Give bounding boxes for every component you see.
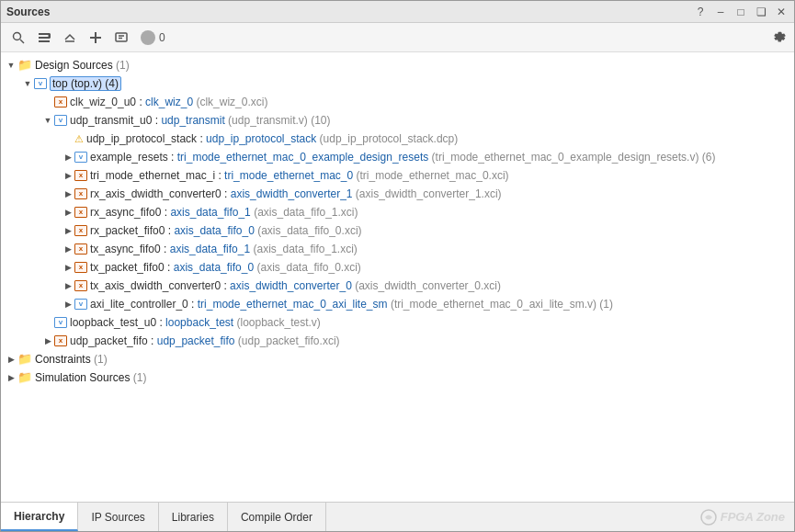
- badge-count: 0: [159, 31, 165, 44]
- tx-packet-fifo-label: tx_packet_fifo0 : axis_data_fifo_0 (axis…: [90, 259, 361, 276]
- udp-ip-label: udp_ip_protocol_stack : udp_ip_protocol_…: [86, 130, 458, 147]
- udp-transmit-label: udp_transmit_u0 : udp_transmit (udp_tran…: [70, 112, 331, 129]
- help-button[interactable]: ?: [693, 6, 708, 18]
- xci-icon4: x: [74, 207, 87, 218]
- udp-packet-fifo-label: udp_packet_fifo : udp_packet_fifo (udp_p…: [70, 333, 340, 349]
- axi-lite-label: axi_lite_controller_0 : tri_mode_etherne…: [90, 296, 613, 312]
- tx-axis-dwidth-row[interactable]: x tx_axis_dwidth_converter0 : axis_dwidt…: [1, 277, 794, 295]
- sources-window: Sources ? – □ ❏ ✕: [0, 0, 795, 532]
- constraints-folder-icon: 📁: [17, 351, 32, 368]
- design-sources-row[interactable]: 📁 Design Sources (1): [1, 56, 794, 74]
- tx-packet-fifo-row[interactable]: x tx_packet_fifo0 : axis_data_fifo_0 (ax…: [1, 258, 794, 277]
- warning-icon: ⚠: [74, 130, 84, 147]
- badge-icon: [141, 30, 155, 45]
- verilog-icon3: v: [74, 152, 87, 163]
- rx-packet-fifo-row[interactable]: x rx_packet_fifo0 : axis_data_fifo_0 (ax…: [1, 221, 794, 240]
- axi-lite-controller-row[interactable]: v axi_lite_controller_0 : tri_mode_ether…: [1, 295, 794, 313]
- rx-async-fifo-label: rx_async_fifo0 : axis_data_fifo_1 (axis_…: [90, 204, 358, 221]
- constraints-row[interactable]: 📁 Constraints (1): [1, 350, 794, 368]
- simulation-toggle[interactable]: [5, 371, 17, 384]
- top-toggle[interactable]: [21, 77, 34, 90]
- close-button[interactable]: ✕: [774, 6, 789, 18]
- rx-axis-dwidth-toggle[interactable]: [62, 187, 74, 200]
- rx-axis-dwidth-row[interactable]: x rx_axis_dwidth_converter0 : axis_dwidt…: [1, 185, 794, 203]
- tab-compile-order[interactable]: Compile Order: [228, 503, 326, 531]
- svg-rect-3: [39, 37, 50, 39]
- xci-icon6: x: [74, 243, 87, 255]
- badge-area: 0: [141, 30, 165, 45]
- float-button[interactable]: ❏: [754, 6, 768, 18]
- rx-async-fifo-toggle[interactable]: [62, 206, 74, 219]
- axi-lite-toggle[interactable]: [62, 298, 74, 311]
- svg-line-1: [20, 40, 24, 43]
- tx-axis-dwidth-toggle[interactable]: [62, 279, 74, 292]
- rx-async-fifo-row[interactable]: x rx_async_fifo0 : axis_data_fifo_1 (axi…: [1, 203, 794, 221]
- tab-hierarchy[interactable]: Hierarchy: [1, 503, 78, 531]
- add-button[interactable]: [85, 28, 106, 48]
- udp-packet-fifo-row[interactable]: x udp_packet_fifo : udp_packet_fifo (udp…: [1, 332, 794, 350]
- tab-libraries[interactable]: Libraries: [159, 503, 228, 531]
- info-button[interactable]: [111, 28, 131, 48]
- xci-icon7: x: [74, 262, 87, 273]
- design-sources-label: Design Sources (1): [35, 57, 130, 74]
- top-label: top (top.v) (4): [50, 75, 121, 92]
- search-button[interactable]: [8, 28, 28, 48]
- verilog-icon4: v: [74, 299, 87, 310]
- minimize-button[interactable]: –: [713, 6, 728, 18]
- title-bar: Sources ? – □ ❏ ✕: [1, 1, 794, 23]
- settings-button[interactable]: [772, 28, 787, 46]
- rx-packet-fifo-label: rx_packet_fifo0 : axis_data_fifo_0 (axis…: [90, 222, 362, 239]
- constraints-toggle[interactable]: [5, 353, 17, 366]
- verilog-icon2: v: [54, 115, 67, 126]
- udp-ip-protocol-row[interactable]: ⚠ udp_ip_protocol_stack : udp_ip_protoco…: [1, 130, 794, 148]
- loopback-test-label: loopback_test_u0 : loopback_test (loopba…: [70, 314, 321, 331]
- simulation-sources-row[interactable]: 📁 Simulation Sources (1): [1, 368, 794, 387]
- tree-content[interactable]: 📁 Design Sources (1) v top (top.v) (4) x…: [1, 52, 794, 502]
- tx-async-fifo-label: tx_async_fifo0 : axis_data_fifo_1 (axis_…: [90, 241, 358, 257]
- tri-mode-mac-row[interactable]: x tri_mode_ethernet_mac_i : tri_mode_eth…: [1, 166, 794, 185]
- tx-async-fifo-row[interactable]: x tx_async_fifo0 : axis_data_fifo_1 (axi…: [1, 240, 794, 258]
- udp-transmit-row[interactable]: v udp_transmit_u0 : udp_transmit (udp_tr…: [1, 111, 794, 130]
- tx-packet-fifo-toggle[interactable]: [62, 261, 74, 274]
- tri-mode-mac-toggle[interactable]: [62, 169, 74, 182]
- verilog-icon: v: [34, 78, 47, 89]
- verilog-icon5: v: [54, 317, 67, 328]
- tab-ip-sources[interactable]: IP Sources: [78, 503, 158, 531]
- loopback-test-row[interactable]: v loopback_test_u0 : loopback_test (loop…: [1, 313, 794, 332]
- example-resets-toggle[interactable]: [62, 151, 74, 164]
- rx-packet-fifo-toggle[interactable]: [62, 224, 74, 237]
- tri-mode-mac-label: tri_mode_ethernet_mac_i : tri_mode_ether…: [90, 167, 509, 184]
- toolbar: 0: [1, 23, 794, 52]
- expand-button[interactable]: [60, 28, 80, 48]
- collapse-all-button[interactable]: [34, 28, 54, 48]
- simulation-folder-icon: 📁: [17, 369, 32, 386]
- svg-rect-9: [116, 33, 127, 41]
- xci-icon: x: [54, 96, 67, 108]
- top-row[interactable]: v top (top.v) (4): [1, 74, 794, 93]
- xci-icon8: x: [74, 280, 87, 291]
- xci-icon2: x: [74, 170, 87, 181]
- window-title: Sources: [6, 6, 50, 18]
- svg-rect-4: [39, 40, 50, 42]
- tx-async-fifo-toggle[interactable]: [62, 243, 74, 255]
- clk-wiz-label: clk_wiz_0_u0 : clk_wiz_0 (clk_wiz_0.xci): [70, 94, 267, 110]
- example-resets-row[interactable]: v example_resets : tri_mode_ethernet_mac…: [1, 148, 794, 166]
- xci-icon5: x: [74, 225, 87, 236]
- xci-icon9: x: [54, 335, 67, 346]
- svg-rect-2: [39, 33, 50, 35]
- folder-icon: 📁: [17, 57, 32, 74]
- tab-bar: Hierarchy IP Sources Libraries Compile O…: [1, 502, 794, 531]
- udp-packet-fifo-toggle[interactable]: [41, 334, 54, 347]
- svg-point-0: [14, 32, 21, 40]
- rx-axis-dwidth-label: rx_axis_dwidth_converter0 : axis_dwidth_…: [90, 186, 502, 202]
- watermark-text: FPGA Zone: [700, 503, 794, 531]
- restore-button[interactable]: □: [733, 6, 748, 18]
- simulation-label: Simulation Sources (1): [35, 369, 146, 386]
- title-bar-controls: ? – □ ❏ ✕: [693, 6, 789, 18]
- constraints-label: Constraints (1): [35, 351, 108, 368]
- svg-rect-8: [90, 37, 101, 39]
- clk-wiz-row[interactable]: x clk_wiz_0_u0 : clk_wiz_0 (clk_wiz_0.xc…: [1, 93, 794, 111]
- xci-icon3: x: [74, 188, 87, 199]
- udp-transmit-toggle[interactable]: [41, 114, 54, 127]
- design-sources-toggle[interactable]: [5, 59, 17, 72]
